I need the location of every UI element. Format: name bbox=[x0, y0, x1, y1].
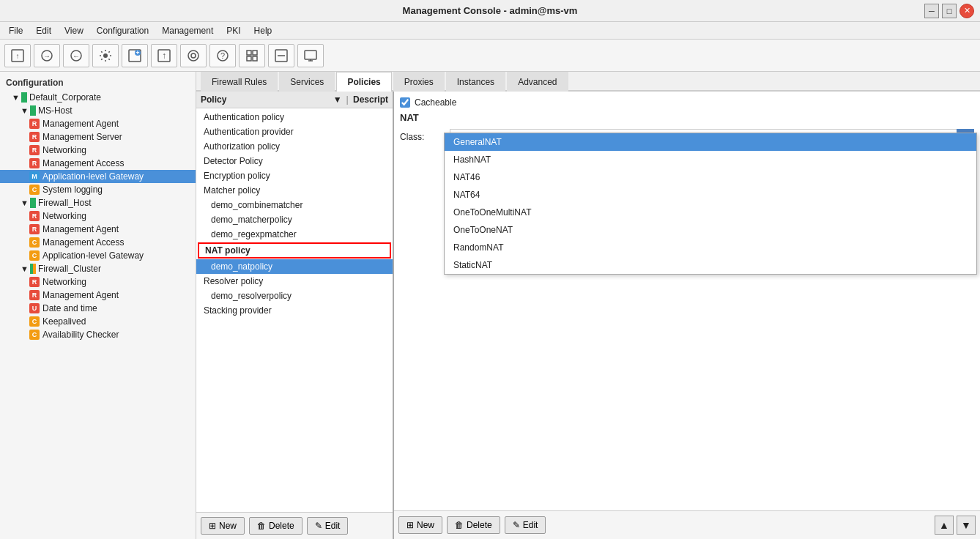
nav-back2-button[interactable]: ← bbox=[63, 44, 89, 67]
color-bar-ms-host bbox=[30, 105, 36, 116]
svg-text:↑: ↑ bbox=[16, 52, 20, 60]
nav-down-button[interactable]: ▼ bbox=[957, 516, 976, 535]
detail-footer-right: ▲ ▼ bbox=[935, 516, 976, 535]
menu-file[interactable]: File bbox=[3, 24, 29, 37]
dropdown-item-onetoonenat[interactable]: OneToOneNAT bbox=[445, 221, 976, 239]
policy-item-encryption-policy[interactable]: Encryption policy bbox=[196, 168, 393, 183]
sidebar-item-management-server[interactable]: R Management Server bbox=[0, 130, 196, 144]
policy-item-stacking-provider[interactable]: Stacking provider bbox=[196, 303, 393, 318]
sidebar-label: Date and time bbox=[42, 303, 97, 313]
help-button[interactable]: ? bbox=[209, 44, 236, 67]
menu-configuration[interactable]: Configuration bbox=[91, 24, 155, 37]
tab-services[interactable]: Services bbox=[279, 72, 335, 92]
dropdown-item-onetoonemultinat[interactable]: OneToOneMultiNAT bbox=[445, 204, 976, 221]
policy-item-demo-resolverpolicy[interactable]: demo_resolverpolicy bbox=[196, 289, 393, 303]
detail-edit-button[interactable]: ✎ Edit bbox=[505, 516, 546, 534]
nav-back-button[interactable]: ↑ bbox=[4, 44, 31, 67]
menu-pki[interactable]: PKI bbox=[220, 24, 246, 37]
sort-icon[interactable]: ▼ bbox=[333, 94, 342, 105]
monitor-button[interactable] bbox=[180, 44, 207, 67]
grid-button[interactable] bbox=[239, 44, 265, 67]
policy-item-auth-provider[interactable]: Authentication provider bbox=[196, 124, 393, 139]
dropdown-item-nat46[interactable]: NAT46 bbox=[445, 168, 976, 186]
sidebar-item-app-gateway-2[interactable]: C Application-level Gateway bbox=[0, 249, 196, 262]
detail-delete-button[interactable]: 🗑 Delete bbox=[447, 516, 500, 534]
sidebar-item-management-agent-1[interactable]: R Management Agent bbox=[0, 117, 196, 130]
color-bar-default-corporate bbox=[21, 92, 27, 103]
policy-new-button[interactable]: ⊞ New bbox=[201, 517, 245, 535]
badge-m: M bbox=[29, 171, 40, 182]
sidebar-item-management-access-2[interactable]: C Management Access bbox=[0, 236, 196, 249]
sidebar-label: Management Agent bbox=[42, 224, 119, 234]
policy-item-matcher-policy[interactable]: Matcher policy bbox=[196, 183, 393, 198]
sidebar-item-default-corporate[interactable]: ▼ Default_Corporate bbox=[0, 91, 196, 104]
sidebar-item-availability-checker[interactable]: C Availability Checker bbox=[0, 328, 196, 341]
policy-delete-button[interactable]: 🗑 Delete bbox=[249, 517, 302, 535]
dropdown-item-nat64[interactable]: NAT64 bbox=[445, 186, 976, 204]
sidebar-item-networking-2[interactable]: R Networking bbox=[0, 209, 196, 223]
svg-text:→: → bbox=[43, 52, 51, 60]
sidebar-item-ms-host[interactable]: ▼ MS-Host bbox=[0, 104, 196, 117]
tab-advanced[interactable]: Advanced bbox=[507, 72, 568, 92]
tab-proxies[interactable]: Proxies bbox=[393, 72, 445, 92]
sidebar-label: Networking bbox=[42, 145, 86, 155]
dropdown-item-hashnat[interactable]: HashNAT bbox=[445, 151, 976, 168]
sidebar-item-networking-1[interactable]: R Networking bbox=[0, 144, 196, 157]
screen-button[interactable] bbox=[297, 44, 324, 67]
menu-view[interactable]: View bbox=[59, 24, 89, 37]
sidebar-item-firewall-cluster[interactable]: ▼ Firewall_Cluster bbox=[0, 262, 196, 275]
nav-up-button[interactable]: ▲ bbox=[935, 516, 954, 535]
policy-group-nat[interactable]: NAT policy bbox=[198, 242, 391, 259]
policy-item-detector-policy[interactable]: Detector Policy bbox=[196, 154, 393, 168]
description-column-header: Descript bbox=[353, 94, 388, 105]
policy-item-demo-natpolicy[interactable]: demo_natpolicy bbox=[196, 259, 393, 274]
menu-management[interactable]: Management bbox=[156, 24, 219, 37]
tab-firewall-rules[interactable]: Firewall Rules bbox=[201, 72, 278, 92]
close-button[interactable]: ✕ bbox=[959, 4, 974, 18]
tab-policies[interactable]: Policies bbox=[336, 72, 391, 92]
menu-edit[interactable]: Edit bbox=[30, 24, 57, 37]
cacheable-checkbox[interactable] bbox=[400, 97, 410, 108]
sidebar-label: Keepalived bbox=[42, 316, 86, 327]
sidebar-item-networking-3[interactable]: R Networking bbox=[0, 275, 196, 289]
policy-item-demo-combinematcher[interactable]: demo_combinematcher bbox=[196, 198, 393, 212]
config-button[interactable] bbox=[92, 44, 119, 67]
nav-forward-button[interactable]: → bbox=[34, 44, 60, 67]
color-bar-firewall-host bbox=[30, 198, 36, 208]
policy-item-resolver-policy[interactable]: Resolver policy bbox=[196, 274, 393, 289]
policy-item-demo-regexpmatcher[interactable]: demo_regexpmatcher bbox=[196, 227, 393, 242]
sidebar-label: Management Agent bbox=[42, 290, 119, 300]
sidebar-item-system-logging[interactable]: C System logging bbox=[0, 183, 196, 196]
policy-item-demo-matcherpolicy[interactable]: demo_matcherpolicy bbox=[196, 212, 393, 227]
policy-edit-button[interactable]: ✎ Edit bbox=[307, 517, 349, 535]
tab-instances[interactable]: Instances bbox=[446, 72, 505, 92]
sidebar-item-app-gateway-1[interactable]: M Application-level Gateway bbox=[0, 170, 196, 183]
maximize-button[interactable]: □ bbox=[942, 4, 957, 18]
detail-area: Cacheable NAT Class: GeneralNAT HashNAT … bbox=[394, 92, 980, 539]
svg-text:?: ? bbox=[220, 51, 225, 60]
menu-help[interactable]: Help bbox=[248, 24, 278, 37]
sidebar-item-management-access-1[interactable]: R Management Access bbox=[0, 157, 196, 170]
edit-label: Edit bbox=[325, 521, 341, 531]
detail-new-button[interactable]: ⊞ New bbox=[398, 516, 442, 534]
add-button[interactable]: + bbox=[122, 44, 148, 67]
dropdown-item-staticnat[interactable]: StaticNAT bbox=[445, 256, 976, 274]
dropdown-item-randomnat[interactable]: RandomNAT bbox=[445, 239, 976, 256]
policy-item-authz-policy[interactable]: Authorization policy bbox=[196, 139, 393, 154]
dropdown-item-generalnat[interactable]: GeneralNAT bbox=[445, 133, 976, 151]
badge-c: C bbox=[29, 185, 40, 195]
sidebar-item-date-and-time[interactable]: U Date and time bbox=[0, 302, 196, 315]
policy-list-header: Policy ▼ | Descript bbox=[196, 92, 393, 108]
sidebar-item-management-agent-3[interactable]: R Management Agent bbox=[0, 289, 196, 302]
upload-button[interactable]: ↑ bbox=[151, 44, 177, 67]
sidebar-item-management-agent-2[interactable]: R Management Agent bbox=[0, 223, 196, 236]
detail-title: NAT bbox=[400, 112, 974, 123]
trash-icon: 🗑 bbox=[455, 520, 464, 530]
sidebar-label: Availability Checker bbox=[42, 330, 119, 340]
connect-button[interactable] bbox=[268, 44, 294, 67]
policy-item-auth-policy[interactable]: Authentication policy bbox=[196, 110, 393, 124]
sidebar-item-keepalived[interactable]: C Keepalived bbox=[0, 315, 196, 328]
minimize-button[interactable]: ─ bbox=[924, 4, 939, 18]
sidebar-item-firewall-host[interactable]: ▼ Firewall_Host bbox=[0, 196, 196, 209]
svg-point-12 bbox=[188, 51, 198, 61]
